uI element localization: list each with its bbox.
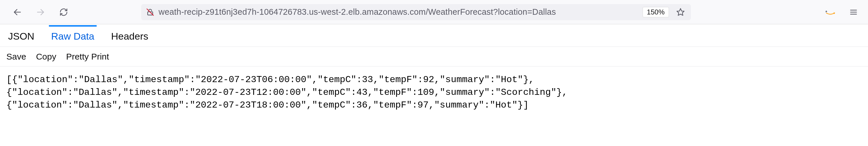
back-button[interactable] bbox=[11, 6, 23, 18]
arrow-right-icon bbox=[36, 7, 45, 17]
bookmark-button[interactable] bbox=[675, 6, 686, 18]
app-menu-button[interactable] bbox=[848, 6, 859, 18]
viewer-tabs: JSON Raw Data Headers bbox=[0, 24, 868, 47]
svg-marker-4 bbox=[677, 8, 684, 15]
raw-json-body[interactable]: [{"location":"Dallas","timestamp":"2022-… bbox=[0, 67, 868, 118]
tab-headers[interactable]: Headers bbox=[109, 26, 151, 46]
tab-raw-data[interactable]: Raw Data bbox=[49, 25, 97, 46]
toolbar-right: a bbox=[825, 6, 859, 18]
browser-toolbar: weath-recip-z91t6nj3ed7h-1064726783.us-w… bbox=[0, 0, 868, 24]
url-text: weath-recip-z91t6nj3ed7h-1064726783.us-w… bbox=[159, 7, 639, 17]
star-icon bbox=[676, 8, 685, 16]
nav-buttons bbox=[11, 6, 69, 18]
zoom-indicator[interactable]: 150% bbox=[643, 7, 669, 17]
save-button[interactable]: Save bbox=[6, 52, 26, 62]
insecure-lock-icon bbox=[146, 8, 155, 16]
copy-button[interactable]: Copy bbox=[36, 52, 56, 62]
reload-icon bbox=[59, 8, 68, 16]
svg-text:a: a bbox=[826, 9, 827, 13]
hamburger-icon bbox=[849, 8, 858, 16]
address-bar[interactable]: weath-recip-z91t6nj3ed7h-1064726783.us-w… bbox=[141, 4, 691, 20]
amazon-smile-icon: a bbox=[826, 9, 835, 15]
action-bar: Save Copy Pretty Print bbox=[0, 47, 868, 67]
pretty-print-button[interactable]: Pretty Print bbox=[66, 52, 109, 62]
forward-button[interactable] bbox=[35, 6, 46, 18]
tab-json[interactable]: JSON bbox=[6, 26, 37, 46]
extension-icon[interactable]: a bbox=[825, 6, 836, 18]
arrow-left-icon bbox=[13, 7, 22, 17]
reload-button[interactable] bbox=[58, 6, 69, 18]
